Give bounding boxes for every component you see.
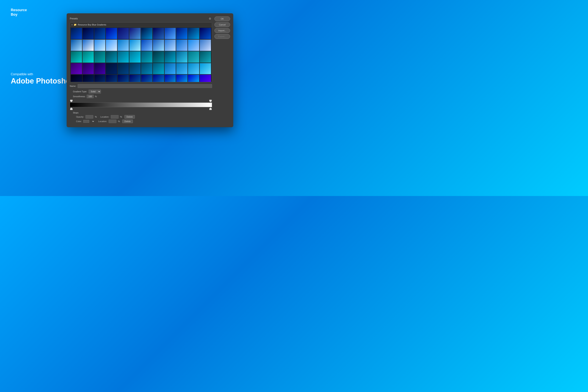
gradient-swatch[interactable] [129, 75, 141, 82]
gradient-swatch[interactable] [94, 75, 106, 82]
gradient-swatch[interactable] [106, 75, 117, 82]
gradient-swatch[interactable] [153, 51, 164, 63]
gradient-swatch[interactable] [200, 63, 211, 74]
folder-name: Resource Boy Blue Gradients [78, 24, 106, 26]
color-location-label: Location: [98, 120, 107, 122]
brand-name-line1: Resource [11, 8, 27, 12]
opacity-location-input[interactable] [111, 115, 118, 118]
gradient-swatch[interactable] [141, 51, 152, 63]
smoothness-input[interactable] [87, 95, 94, 98]
gradient-swatch[interactable] [141, 40, 152, 51]
gradient-type-row: Gradient Type: Solid Noise [70, 90, 212, 94]
gradient-type-select[interactable]: Solid Noise [88, 90, 101, 94]
gradient-swatch[interactable] [153, 40, 164, 51]
gradient-swatch[interactable] [82, 75, 94, 82]
opacity-stops-top [70, 100, 212, 102]
gradient-swatch[interactable] [94, 40, 106, 51]
gear-button[interactable]: ⚙ [208, 16, 212, 21]
gradient-swatch[interactable] [118, 75, 129, 82]
presets-scroll-area[interactable] [70, 27, 212, 82]
color-stops-bottom [70, 108, 212, 110]
opacity-delete-button[interactable]: Delete [124, 115, 135, 118]
color-dropdown[interactable] [91, 120, 95, 123]
gradient-swatch[interactable] [153, 75, 164, 82]
gradient-swatch[interactable] [200, 28, 211, 39]
gradient-swatch[interactable] [176, 51, 188, 63]
gradient-swatch[interactable] [71, 75, 82, 82]
gradient-swatch[interactable] [118, 28, 129, 39]
opacity-stop-left[interactable] [70, 100, 72, 102]
gradient-swatch[interactable] [118, 63, 129, 74]
gradient-bar-area [70, 100, 212, 110]
gradient-swatch[interactable] [176, 63, 188, 74]
gradient-swatch[interactable] [165, 28, 176, 39]
gradient-swatch[interactable] [94, 63, 106, 74]
gradient-swatch[interactable] [165, 63, 176, 74]
gradient-swatch[interactable] [71, 63, 82, 74]
gradient-swatch[interactable] [141, 75, 152, 82]
gradient-preview-bar[interactable] [70, 102, 212, 107]
preset-folder-row: ▾ 📁 Resource Boy Blue Gradients [70, 22, 212, 27]
gradient-swatch[interactable] [71, 28, 82, 39]
color-location-input[interactable] [108, 120, 116, 123]
smoothness-label: Smoothness: [73, 95, 86, 98]
gradient-swatch[interactable] [129, 63, 141, 74]
compat-sub-label: Compatible with [11, 72, 75, 76]
gradient-swatch[interactable] [188, 51, 199, 63]
color-stop-right[interactable] [209, 108, 212, 110]
gradient-swatch[interactable] [141, 63, 152, 74]
gradient-swatch[interactable] [118, 40, 129, 51]
gradient-swatch[interactable] [141, 28, 152, 39]
gradient-swatch[interactable] [71, 51, 82, 63]
folder-icon: 📁 [74, 23, 77, 26]
gradient-swatch[interactable] [165, 40, 176, 51]
gradient-swatch[interactable] [188, 40, 199, 51]
gradient-swatch[interactable] [176, 75, 188, 82]
name-input[interactable] [78, 84, 212, 88]
import-button[interactable]: Import... [214, 28, 230, 33]
gradient-swatch[interactable] [94, 28, 106, 39]
gradient-swatch[interactable] [106, 28, 117, 39]
gradient-grid [70, 27, 212, 82]
ok-button[interactable]: OK [214, 16, 230, 21]
gradient-swatch[interactable] [165, 75, 176, 82]
gradient-swatch[interactable] [82, 51, 94, 63]
gradient-swatch[interactable] [200, 75, 211, 82]
gradient-swatch[interactable] [176, 40, 188, 51]
gradient-swatch[interactable] [106, 40, 117, 51]
gradient-swatch[interactable] [188, 63, 199, 74]
color-swatch[interactable] [83, 120, 89, 123]
gradient-swatch[interactable] [188, 28, 199, 39]
color-stop-left[interactable] [70, 108, 72, 110]
gradient-swatch[interactable] [129, 40, 141, 51]
gradient-swatch[interactable] [71, 40, 82, 51]
gradient-swatch[interactable] [153, 63, 164, 74]
gradient-swatch[interactable] [200, 51, 211, 63]
gradient-swatch[interactable] [82, 40, 94, 51]
gradient-swatch[interactable] [129, 51, 141, 63]
color-delete-button[interactable]: Delete [122, 120, 133, 123]
opacity-stop-right[interactable] [209, 100, 212, 102]
presets-label: Presets [70, 17, 78, 20]
opacity-value-input[interactable] [86, 115, 93, 118]
dialog-sidebar: OK Cancel Import... Export... [214, 16, 230, 124]
color-stop-row: Color: Location: % Delete [70, 120, 212, 123]
gradient-swatch[interactable] [153, 28, 164, 39]
gradient-swatch[interactable] [200, 40, 211, 51]
gradient-swatch[interactable] [129, 28, 141, 39]
gradient-swatch[interactable] [106, 63, 117, 74]
gradient-swatch[interactable] [82, 63, 94, 74]
gradient-swatch[interactable] [188, 75, 199, 82]
cancel-button[interactable]: Cancel [214, 22, 230, 27]
gradient-swatch[interactable] [118, 51, 129, 63]
gradient-swatch[interactable] [82, 28, 94, 39]
gradient-swatch[interactable] [165, 51, 176, 63]
gradient-swatch[interactable] [106, 51, 117, 63]
gradient-swatch[interactable] [176, 28, 188, 39]
ps-gradient-dialog: Presets ⚙ ▾ 📁 Resource Boy Blue Gradient… [67, 13, 233, 127]
color-label: Color: [76, 120, 82, 122]
opacity-location-label: Location: [100, 116, 109, 118]
stops-title: Stops [73, 112, 212, 114]
gradient-swatch[interactable] [94, 51, 106, 63]
export-button[interactable]: Export... [214, 34, 230, 39]
